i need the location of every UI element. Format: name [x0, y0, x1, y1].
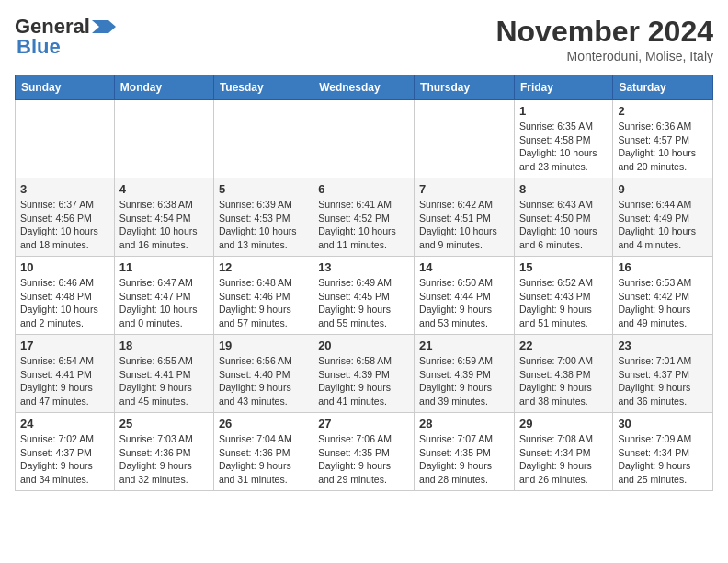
day-info: Sunrise: 7:06 AM Sunset: 4:35 PM Dayligh… [318, 432, 409, 487]
day-info: Sunrise: 6:44 AM Sunset: 4:49 PM Dayligh… [618, 198, 708, 252]
day-cell-16: 16Sunrise: 6:53 AM Sunset: 4:42 PM Dayli… [613, 257, 713, 335]
calendar-table: SundayMondayTuesdayWednesdayThursdayFrid… [15, 75, 713, 491]
day-number: 24 [20, 417, 109, 431]
day-info: Sunrise: 7:04 AM Sunset: 4:36 PM Dayligh… [219, 432, 308, 487]
day-info: Sunrise: 7:03 AM Sunset: 4:36 PM Dayligh… [119, 432, 209, 487]
day-number: 17 [20, 339, 109, 352]
day-cell-26: 26Sunrise: 7:04 AM Sunset: 4:36 PM Dayli… [213, 413, 313, 491]
logo-blue: Blue [17, 35, 61, 59]
day-info: Sunrise: 6:37 AM Sunset: 4:56 PM Dayligh… [20, 198, 109, 252]
day-number: 26 [219, 417, 308, 431]
day-number: 2 [618, 104, 708, 118]
day-cell-11: 11Sunrise: 6:47 AM Sunset: 4:47 PM Dayli… [114, 257, 213, 335]
logo: General Blue [15, 15, 116, 59]
day-info: Sunrise: 7:00 AM Sunset: 4:38 PM Dayligh… [519, 354, 608, 408]
day-cell-10: 10Sunrise: 6:46 AM Sunset: 4:48 PM Dayli… [16, 257, 115, 335]
weekday-header-wednesday: Wednesday [313, 75, 415, 100]
day-info: Sunrise: 6:41 AM Sunset: 4:52 PM Dayligh… [318, 198, 409, 252]
day-number: 28 [419, 417, 509, 431]
day-cell-22: 22Sunrise: 7:00 AM Sunset: 4:38 PM Dayli… [514, 335, 612, 413]
day-cell-4: 4Sunrise: 6:38 AM Sunset: 4:54 PM Daylig… [114, 178, 213, 257]
day-number: 22 [519, 339, 608, 352]
day-info: Sunrise: 6:36 AM Sunset: 4:57 PM Dayligh… [618, 120, 708, 174]
week-row: 17Sunrise: 6:54 AM Sunset: 4:41 PM Dayli… [16, 335, 713, 413]
day-number: 21 [419, 339, 509, 352]
weekday-header-friday: Friday [514, 75, 612, 100]
day-info: Sunrise: 7:01 AM Sunset: 4:37 PM Dayligh… [618, 354, 708, 408]
title-block: November 2024 Monteroduni, Molise, Italy [495, 15, 713, 63]
weekday-header-tuesday: Tuesday [213, 75, 313, 100]
day-info: Sunrise: 6:56 AM Sunset: 4:40 PM Dayligh… [219, 354, 308, 408]
day-number: 18 [119, 339, 209, 352]
day-cell-13: 13Sunrise: 6:49 AM Sunset: 4:45 PM Dayli… [313, 257, 415, 335]
day-info: Sunrise: 6:43 AM Sunset: 4:50 PM Dayligh… [519, 198, 608, 252]
day-info: Sunrise: 6:48 AM Sunset: 4:46 PM Dayligh… [219, 276, 308, 330]
day-cell-25: 25Sunrise: 7:03 AM Sunset: 4:36 PM Dayli… [114, 413, 213, 491]
empty-cell [313, 100, 415, 178]
day-number: 20 [318, 339, 409, 352]
empty-cell [415, 100, 515, 178]
day-cell-19: 19Sunrise: 6:56 AM Sunset: 4:40 PM Dayli… [213, 335, 313, 413]
day-info: Sunrise: 6:54 AM Sunset: 4:41 PM Dayligh… [20, 354, 109, 408]
day-cell-5: 5Sunrise: 6:39 AM Sunset: 4:53 PM Daylig… [213, 178, 313, 257]
day-cell-15: 15Sunrise: 6:52 AM Sunset: 4:43 PM Dayli… [514, 257, 612, 335]
weekday-header-thursday: Thursday [415, 75, 515, 100]
day-cell-9: 9Sunrise: 6:44 AM Sunset: 4:49 PM Daylig… [613, 178, 713, 257]
day-cell-24: 24Sunrise: 7:02 AM Sunset: 4:37 PM Dayli… [16, 413, 115, 491]
day-number: 23 [618, 339, 708, 352]
day-cell-30: 30Sunrise: 7:09 AM Sunset: 4:34 PM Dayli… [613, 413, 713, 491]
day-info: Sunrise: 6:52 AM Sunset: 4:43 PM Dayligh… [519, 276, 608, 330]
day-info: Sunrise: 6:42 AM Sunset: 4:51 PM Dayligh… [419, 198, 509, 252]
day-number: 14 [419, 260, 509, 274]
day-cell-8: 8Sunrise: 6:43 AM Sunset: 4:50 PM Daylig… [514, 178, 612, 257]
day-info: Sunrise: 6:58 AM Sunset: 4:39 PM Dayligh… [318, 354, 409, 408]
logo-arrow-icon [92, 17, 116, 37]
day-number: 11 [119, 260, 209, 274]
day-cell-18: 18Sunrise: 6:55 AM Sunset: 4:41 PM Dayli… [114, 335, 213, 413]
day-cell-27: 27Sunrise: 7:06 AM Sunset: 4:35 PM Dayli… [313, 413, 415, 491]
day-number: 25 [119, 417, 209, 431]
day-info: Sunrise: 6:59 AM Sunset: 4:39 PM Dayligh… [419, 354, 509, 408]
day-number: 4 [119, 182, 209, 196]
day-cell-6: 6Sunrise: 6:41 AM Sunset: 4:52 PM Daylig… [313, 178, 415, 257]
day-cell-3: 3Sunrise: 6:37 AM Sunset: 4:56 PM Daylig… [16, 178, 115, 257]
day-number: 19 [219, 339, 308, 352]
day-number: 8 [519, 182, 608, 196]
svg-marker-0 [92, 20, 116, 33]
day-info: Sunrise: 7:02 AM Sunset: 4:37 PM Dayligh… [20, 432, 109, 487]
day-cell-2: 2Sunrise: 6:36 AM Sunset: 4:57 PM Daylig… [613, 100, 713, 178]
weekday-header-saturday: Saturday [613, 75, 713, 100]
header-row: SundayMondayTuesdayWednesdayThursdayFrid… [16, 75, 713, 100]
day-number: 3 [20, 182, 109, 196]
calendar-title: November 2024 [495, 15, 713, 49]
day-cell-17: 17Sunrise: 6:54 AM Sunset: 4:41 PM Dayli… [16, 335, 115, 413]
empty-cell [16, 100, 115, 178]
day-cell-23: 23Sunrise: 7:01 AM Sunset: 4:37 PM Dayli… [613, 335, 713, 413]
day-number: 5 [219, 182, 308, 196]
day-cell-20: 20Sunrise: 6:58 AM Sunset: 4:39 PM Dayli… [313, 335, 415, 413]
calendar-subtitle: Monteroduni, Molise, Italy [495, 49, 713, 63]
day-number: 10 [20, 260, 109, 274]
day-cell-28: 28Sunrise: 7:07 AM Sunset: 4:35 PM Dayli… [415, 413, 515, 491]
day-cell-7: 7Sunrise: 6:42 AM Sunset: 4:51 PM Daylig… [415, 178, 515, 257]
day-info: Sunrise: 6:46 AM Sunset: 4:48 PM Dayligh… [20, 276, 109, 330]
day-info: Sunrise: 6:55 AM Sunset: 4:41 PM Dayligh… [119, 354, 209, 408]
day-info: Sunrise: 6:53 AM Sunset: 4:42 PM Dayligh… [618, 276, 708, 330]
empty-cell [114, 100, 213, 178]
day-info: Sunrise: 6:39 AM Sunset: 4:53 PM Dayligh… [219, 198, 308, 252]
day-number: 15 [519, 260, 608, 274]
day-number: 16 [618, 260, 708, 274]
page-header: General Blue November 2024 Monteroduni, … [15, 15, 713, 63]
day-info: Sunrise: 6:38 AM Sunset: 4:54 PM Dayligh… [119, 198, 209, 252]
day-info: Sunrise: 7:09 AM Sunset: 4:34 PM Dayligh… [618, 432, 708, 487]
day-number: 27 [318, 417, 409, 431]
day-cell-21: 21Sunrise: 6:59 AM Sunset: 4:39 PM Dayli… [415, 335, 515, 413]
day-cell-12: 12Sunrise: 6:48 AM Sunset: 4:46 PM Dayli… [213, 257, 313, 335]
day-number: 30 [618, 417, 708, 431]
week-row: 3Sunrise: 6:37 AM Sunset: 4:56 PM Daylig… [16, 178, 713, 257]
day-cell-14: 14Sunrise: 6:50 AM Sunset: 4:44 PM Dayli… [415, 257, 515, 335]
day-number: 9 [618, 182, 708, 196]
day-number: 12 [219, 260, 308, 274]
day-number: 13 [318, 260, 409, 274]
day-info: Sunrise: 7:08 AM Sunset: 4:34 PM Dayligh… [519, 432, 608, 487]
